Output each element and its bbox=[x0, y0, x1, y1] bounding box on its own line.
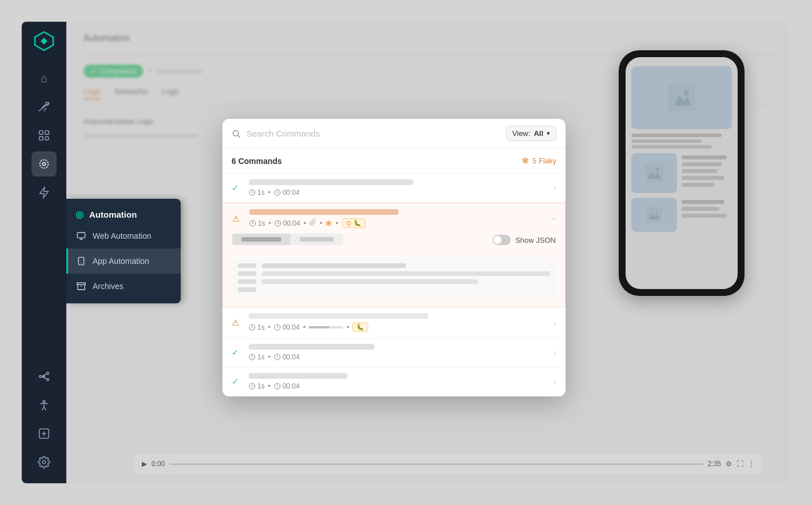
command-row-3[interactable]: ⚠ 1s • 00:04 bbox=[222, 307, 566, 338]
show-json-row: Show JSON bbox=[492, 235, 556, 245]
svg-point-12 bbox=[39, 375, 42, 378]
cmd-chevron-icon-5: › bbox=[554, 377, 556, 386]
cmd-title-4: 1s • 00:04 bbox=[249, 344, 548, 361]
command-row-5[interactable]: ✓ 1s • 00:04 bbox=[222, 367, 566, 396]
app-automation-label: App Automation bbox=[93, 256, 149, 266]
search-input[interactable] bbox=[246, 129, 500, 138]
flaky-label: 5 Flaky bbox=[532, 157, 556, 165]
cmd-warning-icon-3: ⚠ bbox=[232, 318, 243, 328]
svg-marker-11 bbox=[40, 187, 49, 198]
svg-point-18 bbox=[43, 400, 45, 403]
cmd-bug-badge[interactable]: 🐛 bbox=[342, 218, 365, 228]
nodes-icon[interactable] bbox=[31, 364, 57, 389]
cmd-chevron-icon-3: › bbox=[554, 318, 556, 327]
svg-line-4 bbox=[44, 108, 46, 111]
command-row-expanded[interactable]: ⚠ 1s • 00:04 bbox=[222, 203, 566, 307]
show-json-label: Show JSON bbox=[515, 236, 556, 245]
cmd-success-icon-5: ✓ bbox=[232, 376, 243, 387]
expanded-tabs bbox=[232, 234, 343, 245]
cmd-title: 1s • 00:04 bbox=[249, 179, 548, 197]
view-label: View: bbox=[512, 129, 531, 138]
app-logo[interactable] bbox=[31, 29, 57, 54]
cmd-duration-3: 00:04 bbox=[274, 323, 300, 331]
cmd-success-icon: ✓ bbox=[232, 183, 243, 193]
lightning-icon[interactable] bbox=[31, 180, 57, 205]
automation-icon[interactable] bbox=[31, 151, 57, 177]
svg-point-22 bbox=[42, 460, 46, 464]
expanded-sidebar bbox=[238, 263, 256, 292]
cmd-chevron-icon-4: › bbox=[554, 348, 556, 357]
cmd-time-1: 1s bbox=[249, 189, 265, 197]
svg-point-10 bbox=[40, 160, 49, 169]
command-list: ✓ 1s • 00:04 bbox=[222, 174, 566, 396]
cmd-duration-4: 00:04 bbox=[274, 353, 300, 361]
archives-icon bbox=[75, 280, 87, 292]
home-icon[interactable]: ⌂ bbox=[31, 66, 57, 91]
cmd-title-3: 1s • 00:04 • • 🐛 bbox=[249, 313, 548, 332]
search-header: View: All ▾ bbox=[222, 119, 566, 149]
svg-rect-6 bbox=[45, 131, 49, 134]
cmd-time-3: 1s bbox=[249, 323, 265, 331]
expanded-main-content bbox=[262, 263, 550, 292]
exp-tab-2[interactable] bbox=[290, 234, 343, 245]
window-frame: ⌂ bbox=[22, 22, 790, 483]
exp-tab-1[interactable] bbox=[232, 234, 290, 245]
settings-icon[interactable] bbox=[31, 450, 57, 475]
command-row[interactable]: ✓ 1s • 00:04 bbox=[222, 174, 566, 203]
commands-count: 6 Commands bbox=[232, 157, 282, 166]
cmd-time-2: 1s bbox=[249, 219, 265, 227]
snowflake-icon: ❄ bbox=[522, 155, 529, 166]
flyout-header: ◎ Automation bbox=[66, 203, 181, 223]
flyout-header-icon: ◎ bbox=[75, 209, 83, 220]
cmd-title-5: 1s • 00:04 bbox=[249, 373, 548, 390]
svg-point-9 bbox=[42, 162, 46, 166]
expanded-section: Show JSON bbox=[223, 234, 565, 307]
flyout-menu: ◎ Automation Web Automation App Automati… bbox=[66, 199, 181, 303]
svg-line-1 bbox=[39, 103, 49, 111]
svg-rect-7 bbox=[39, 137, 43, 140]
attachment-icon bbox=[309, 219, 316, 227]
search-modal: View: All ▾ 6 Commands ❄ 5 Flaky ✓ bbox=[222, 119, 566, 396]
svg-point-14 bbox=[47, 379, 49, 381]
cmd-title-2: 1s • 00:04 • bbox=[249, 209, 547, 228]
cmd-warning-icon: ⚠ bbox=[232, 214, 244, 224]
svg-point-3 bbox=[46, 102, 49, 106]
command-row-4[interactable]: ✓ 1s • 00:04 bbox=[222, 338, 566, 367]
archives-label: Archives bbox=[93, 282, 124, 291]
cmd-duration-2: 00:04 bbox=[274, 219, 300, 227]
commands-header: 6 Commands ❄ 5 Flaky bbox=[222, 149, 566, 174]
cmd-success-icon-4: ✓ bbox=[232, 347, 243, 358]
cmd-chevron-icon: › bbox=[554, 183, 556, 193]
cmd-duration-5: 00:04 bbox=[274, 382, 300, 390]
web-automation-label: Web Automation bbox=[93, 231, 151, 241]
accessibility-icon[interactable] bbox=[31, 392, 57, 418]
svg-point-38 bbox=[233, 130, 238, 135]
view-value: All bbox=[534, 129, 543, 138]
svg-point-13 bbox=[47, 372, 49, 375]
app-automation-icon bbox=[75, 255, 87, 267]
scan-icon[interactable] bbox=[31, 123, 57, 148]
cmd-time-5: 1s bbox=[249, 382, 265, 390]
cmd-bug-badge-3[interactable]: 🐛 bbox=[352, 322, 368, 332]
svg-rect-5 bbox=[39, 131, 43, 134]
flyout-item-archives[interactable]: Archives bbox=[66, 274, 181, 299]
svg-rect-23 bbox=[77, 233, 85, 238]
flyout-item-web-automation[interactable]: Web Automation bbox=[66, 223, 181, 249]
view-selector[interactable]: View: All ▾ bbox=[506, 126, 556, 141]
web-automation-icon bbox=[75, 230, 87, 242]
cmd-duration-1: 00:04 bbox=[274, 189, 300, 197]
show-json-toggle[interactable] bbox=[492, 235, 511, 245]
svg-line-39 bbox=[238, 135, 240, 138]
flyout-header-label: Automation bbox=[89, 210, 137, 219]
cmd-chevron-icon-2: › bbox=[550, 217, 559, 220]
flyout-item-app-automation[interactable]: App Automation bbox=[66, 249, 181, 274]
add-icon[interactable] bbox=[31, 421, 57, 446]
svg-point-17 bbox=[43, 376, 45, 378]
expanded-body bbox=[232, 258, 556, 298]
telescope-icon[interactable] bbox=[31, 94, 57, 119]
sidebar: ⌂ bbox=[22, 22, 66, 483]
flaky-badge: ❄ 5 Flaky bbox=[522, 155, 556, 166]
cmd-time-4: 1s bbox=[249, 353, 265, 361]
svg-point-8 bbox=[45, 137, 49, 140]
progress-mini bbox=[309, 326, 343, 328]
